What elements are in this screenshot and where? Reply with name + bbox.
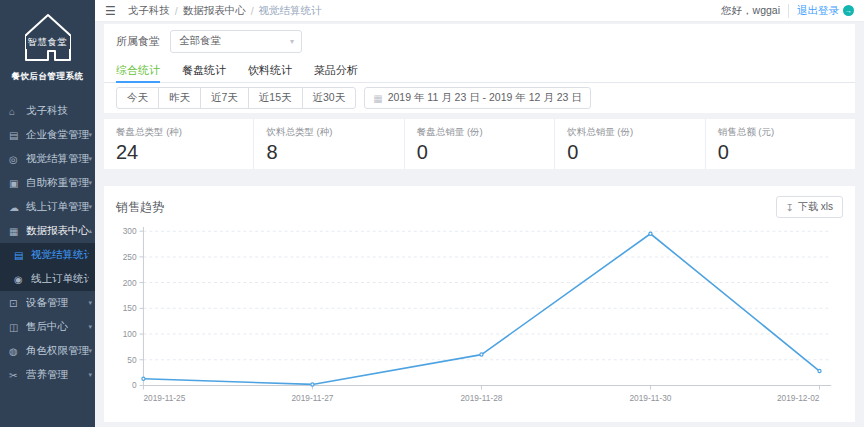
chevron-down-icon: ▾ [290,37,294,46]
breadcrumb-item[interactable]: 数据报表中心 [183,4,246,18]
logo-subtitle: 餐饮后台管理系统 [0,71,95,83]
svg-text:0: 0 [132,380,137,390]
chevron-down-icon: ▾ [88,179,92,187]
range-7days-button[interactable]: 近7天 [200,87,249,109]
stat-card-plate-sales: 餐盘总销量 (份) 0 [405,119,555,169]
sales-trend-chart: 0501001502002503002019-11-252019-11-2720… [116,219,843,422]
tab-plate-stats[interactable]: 餐盘统计 [182,58,226,82]
stat-value: 24 [116,141,253,164]
range-15days-button[interactable]: 近15天 [248,87,303,109]
canteen-filter-row: 所属食堂 全部食堂 ▾ [104,24,855,58]
role-icon: ◍ [9,346,22,357]
cloud-icon: ☁ [9,202,22,213]
report-icon: ▦ [9,226,22,237]
date-filter-row: 今天 昨天 近7天 近15天 近30天 ▦ 2019 年 11 月 23 日 -… [104,83,855,113]
date-range-value: 2019 年 11 月 23 日 - 2019 年 12 月 23 日 [388,91,582,105]
stat-value: 0 [417,141,554,164]
svg-text:250: 250 [123,252,137,262]
svg-text:2019-12-02: 2019-12-02 [777,393,820,403]
download-icon: ↧ [786,202,794,213]
stat-card-drink-sales: 饮料总销量 (份) 0 [555,119,705,169]
sidebar: 智慧食堂 餐饮后台管理系统 ⌂ 戈子科技 ▤ 企业食堂管理 ▾ ◎ 视觉结算管理… [0,0,95,427]
stat-card-drink-types: 饮料总类型 (种) 8 [254,119,404,169]
quick-range-group: 今天 昨天 近7天 近15天 近30天 [116,87,356,109]
logo-title: 智慧食堂 [26,36,70,49]
breadcrumb-separator: / [251,5,254,17]
calendar-icon: ▦ [373,93,382,104]
sidebar-submenu-data-report: ▤ 视觉结算统计 ◉ 线上订单统计 [0,243,95,291]
chevron-down-icon: ▾ [88,155,92,163]
svg-text:200: 200 [123,278,137,288]
tab-drink-stats[interactable]: 饮料统计 [248,58,292,82]
sidebar-menu: ⌂ 戈子科技 ▤ 企业食堂管理 ▾ ◎ 视觉结算管理 ▾ ▣ 自助称重管理 ▾ … [0,99,95,387]
logo-house-icon: 智慧食堂 [17,10,79,66]
sidebar-subitem-online-order-stats[interactable]: ◉ 线上订单统计 [0,267,95,291]
user-area: 您好，wggai 退出登录 → [721,4,854,18]
range-today-button[interactable]: 今天 [116,87,159,109]
chevron-down-icon: ▾ [88,347,92,355]
main-area: ☰ 戈子科技 / 数据报表中心 / 视觉结算统计 您好，wggai 退出登录 →… [95,0,864,427]
download-xls-button[interactable]: ↧ 下载 xls [776,196,843,218]
tab-overall-stats[interactable]: 综合统计 [116,58,160,82]
vision-icon: ◎ [9,154,22,165]
order-stats-icon: ◉ [14,274,27,285]
stats-icon: ▤ [14,250,27,261]
chevron-down-icon: ▾ [88,299,92,307]
app-window: 智慧食堂 餐饮后台管理系统 ⌂ 戈子科技 ▤ 企业食堂管理 ▾ ◎ 视觉结算管理… [0,0,864,427]
range-yesterday-button[interactable]: 昨天 [158,87,201,109]
filter-panel: 所属食堂 全部食堂 ▾ 综合统计 餐盘统计 饮料统计 菜品分析 今天 昨天 [104,24,855,113]
chevron-down-icon: ▾ [88,131,92,139]
chart-header: 销售趋势 ↧ 下载 xls [116,195,843,219]
canteen-select-value: 全部食堂 [179,34,221,48]
sidebar-item-role-permission-mgmt[interactable]: ◍ 角色权限管理 ▾ [0,339,95,363]
breadcrumb: 戈子科技 / 数据报表中心 / 视觉结算统计 [128,4,322,18]
aftersales-icon: ◫ [9,322,22,333]
date-range-picker[interactable]: ▦ 2019 年 11 月 23 日 - 2019 年 12 月 23 日 [364,87,591,109]
tab-dish-analysis[interactable]: 菜品分析 [314,58,358,82]
nutrition-icon: ✂ [9,370,22,381]
sidebar-item-device-mgmt[interactable]: ⊡ 设备管理 ▾ [0,291,95,315]
svg-text:150: 150 [123,303,137,313]
sales-trend-panel: 销售趋势 ↧ 下载 xls 0501001502002503002019-11-… [104,186,855,422]
device-icon: ⊡ [9,298,22,309]
stat-tabs: 综合统计 餐盘统计 饮料统计 菜品分析 [104,58,855,83]
chart-body: 0501001502002503002019-11-252019-11-2720… [116,219,843,422]
svg-text:2019-11-30: 2019-11-30 [630,393,672,403]
stat-card-plate-types: 餐盘总类型 (种) 24 [104,119,254,169]
chevron-down-icon: ▾ [88,203,92,211]
stat-value: 8 [266,141,403,164]
content: 所属食堂 全部食堂 ▾ 综合统计 餐盘统计 饮料统计 菜品分析 今天 昨天 [95,22,864,427]
sidebar-item-nutrition-mgmt[interactable]: ✂ 营养管理 ▾ [0,363,95,387]
svg-text:2019-11-28: 2019-11-28 [460,393,502,403]
svg-text:300: 300 [123,226,137,236]
breadcrumb-current: 视觉结算统计 [259,4,322,18]
canteen-select[interactable]: 全部食堂 ▾ [170,30,302,53]
sidebar-item-aftersales-center[interactable]: ◫ 售后中心 ▾ [0,315,95,339]
chevron-down-icon: ▾ [88,371,92,379]
topbar: ☰ 戈子科技 / 数据报表中心 / 视觉结算统计 您好，wggai 退出登录 → [95,0,864,22]
logo: 智慧食堂 餐饮后台管理系统 [0,0,95,89]
canteen-filter-label: 所属食堂 [116,34,160,49]
sidebar-subitem-vision-settle-stats[interactable]: ▤ 视觉结算统计 [0,243,95,267]
sidebar-item-online-order-mgmt[interactable]: ☁ 线上订单管理 ▾ [0,195,95,219]
range-30days-button[interactable]: 近30天 [302,87,357,109]
svg-text:50: 50 [127,355,137,365]
hamburger-icon[interactable]: ☰ [105,4,116,18]
breadcrumb-separator: / [175,5,178,17]
canteen-icon: ▤ [9,130,22,141]
sidebar-item-self-weigh-mgmt[interactable]: ▣ 自助称重管理 ▾ [0,171,95,195]
svg-text:2019-11-27: 2019-11-27 [291,393,333,403]
company-icon: ⌂ [9,106,22,117]
stat-value: 0 [567,141,704,164]
breadcrumb-item[interactable]: 戈子科技 [128,4,170,18]
stat-card-sales-amount: 销售总额 (元) 0 [706,119,855,169]
sidebar-item-company[interactable]: ⌂ 戈子科技 [0,99,95,123]
sidebar-item-canteen-mgmt[interactable]: ▤ 企业食堂管理 ▾ [0,123,95,147]
svg-text:2019-11-25: 2019-11-25 [143,393,185,403]
logout-link[interactable]: 退出登录 [788,4,839,18]
chevron-down-icon: ▾ [88,323,92,331]
logout-power-icon[interactable]: → [843,5,854,16]
sidebar-item-data-report-center[interactable]: ▦ 数据报表中心 ▴ [0,219,95,243]
stats-panel: 餐盘总类型 (种) 24 饮料总类型 (种) 8 餐盘总销量 (份) 0 饮料总… [104,119,855,169]
sidebar-item-vision-settle-mgmt[interactable]: ◎ 视觉结算管理 ▾ [0,147,95,171]
